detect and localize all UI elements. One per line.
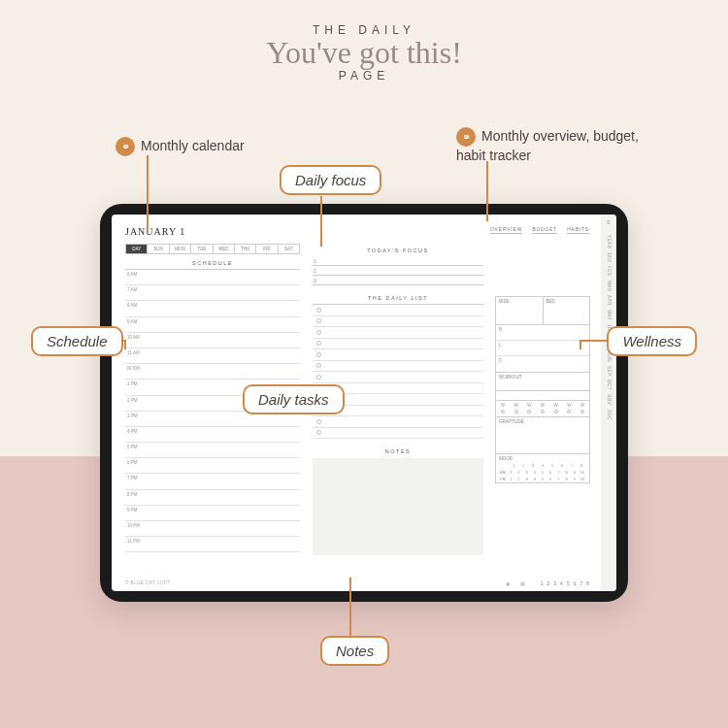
month-tab[interactable]: SEP	[607, 366, 612, 377]
day-tab[interactable]: THU	[235, 245, 256, 253]
page-link[interactable]: 1	[541, 580, 544, 586]
day-tab[interactable]: WED	[214, 245, 235, 253]
month-tab[interactable]: JAN	[607, 252, 612, 262]
notes-title: NOTES	[313, 448, 483, 454]
page-link[interactable]: 7	[579, 580, 582, 586]
connector	[147, 155, 149, 231]
page-header: THE DAILY You've got this! PAGE	[0, 23, 728, 83]
workout-line[interactable]	[495, 391, 590, 401]
nav-habits[interactable]: HABITS	[567, 226, 589, 234]
connector	[320, 196, 322, 247]
list-title: THE DAILY LIST	[313, 295, 483, 301]
day-tab[interactable]: FRI	[256, 245, 278, 253]
tag-daily-tasks: Daily tasks	[243, 384, 345, 414]
day-tab[interactable]: SUN	[148, 245, 169, 253]
wellness-column: RISE BED BLD WORKOUT WWWWWWW GRATITUDE M…	[495, 296, 590, 483]
rise-bed-row[interactable]: RISE BED	[495, 296, 590, 325]
day-tab[interactable]: TUE	[191, 245, 213, 253]
meals-box[interactable]: BLD	[495, 325, 590, 373]
month-tab[interactable]: OCT	[607, 380, 612, 390]
user-icon[interactable]: ◉	[506, 580, 510, 586]
tag-notes: Notes	[320, 636, 389, 666]
header-script: You've got this!	[0, 35, 728, 71]
month-tab[interactable]: DEC	[607, 410, 612, 420]
focus-lines[interactable]: 1.2.3.	[313, 256, 483, 285]
notes-area[interactable]	[313, 458, 483, 555]
footer-nav: ◉ ▦ 12345678	[502, 580, 589, 586]
screen: JANUARY 1 OVERVIEW BUDGET HABITS DAYSUNM…	[112, 215, 616, 591]
water-tracker[interactable]: WWWWWWW	[495, 401, 590, 417]
tag-schedule: Schedule	[31, 326, 123, 356]
month-tab[interactable]: APR	[607, 295, 612, 306]
grid-icon[interactable]: ▦	[520, 580, 525, 586]
daily-list[interactable]	[313, 304, 483, 439]
callout-monthly-overview: ⚭Monthly overview, budget, habit tracker	[456, 127, 650, 164]
page-link[interactable]: 8	[586, 580, 589, 586]
page-link[interactable]: 2	[547, 580, 550, 586]
connector	[486, 161, 488, 221]
month-tab[interactable]: FEB	[607, 266, 612, 276]
connector	[349, 578, 351, 636]
month-tab[interactable]: YEAR	[607, 235, 612, 248]
day-of-week-row: DAYSUNMONTUEWEDTHUFRISAT	[125, 244, 300, 254]
footer-brand: © BLUE CAT LOFT	[125, 580, 170, 585]
link-icon: ⚭	[456, 127, 476, 147]
tag-wellness: Wellness	[607, 326, 697, 356]
page-link[interactable]: 6	[574, 580, 577, 586]
month-tab[interactable]: NOV	[607, 394, 612, 405]
right-tabs: ≡ YEARJANFEBMARAPRMAYJUNJULAUGSEPOCTNOVD…	[601, 215, 616, 591]
mood-box[interactable]: MOOD 12345678 AM12345678910 PM1234567891…	[495, 454, 590, 483]
callout-monthly-calendar: ⚭Monthly calendar	[116, 137, 245, 156]
page-link[interactable]: 4	[560, 580, 563, 586]
workout-title: WORKOUT	[495, 373, 590, 381]
tablet-frame: JANUARY 1 OVERVIEW BUDGET HABITS DAYSUNM…	[100, 204, 628, 602]
link-icon: ⚭	[116, 137, 135, 156]
rise-box[interactable]: RISE	[496, 297, 544, 324]
page-link[interactable]: 3	[553, 580, 556, 586]
tag-daily-focus: Daily focus	[280, 165, 381, 195]
nav-budget[interactable]: BUDGET	[532, 226, 557, 234]
day-tab[interactable]: DAY	[126, 245, 148, 253]
day-tab[interactable]: SAT	[279, 245, 299, 253]
top-nav: OVERVIEW BUDGET HABITS	[482, 226, 589, 232]
nav-overview[interactable]: OVERVIEW	[490, 226, 522, 234]
header-line3: PAGE	[0, 69, 728, 83]
workout-line[interactable]	[495, 381, 590, 391]
bed-box[interactable]: BED	[544, 297, 590, 324]
day-tab[interactable]: MON	[170, 245, 191, 253]
schedule-title: SCHEDULE	[125, 260, 300, 266]
month-tab[interactable]: MAY	[607, 310, 612, 320]
page-link[interactable]: 5	[567, 580, 570, 586]
menu-icon[interactable]: ≡	[607, 220, 611, 225]
gratitude-box[interactable]: GRATITUDE	[495, 417, 590, 454]
month-tab[interactable]: MAR	[607, 281, 612, 292]
connector	[124, 340, 126, 349]
page-date: JANUARY 1	[125, 226, 185, 237]
focus-title: TODAY'S FOCUS	[313, 248, 483, 253]
